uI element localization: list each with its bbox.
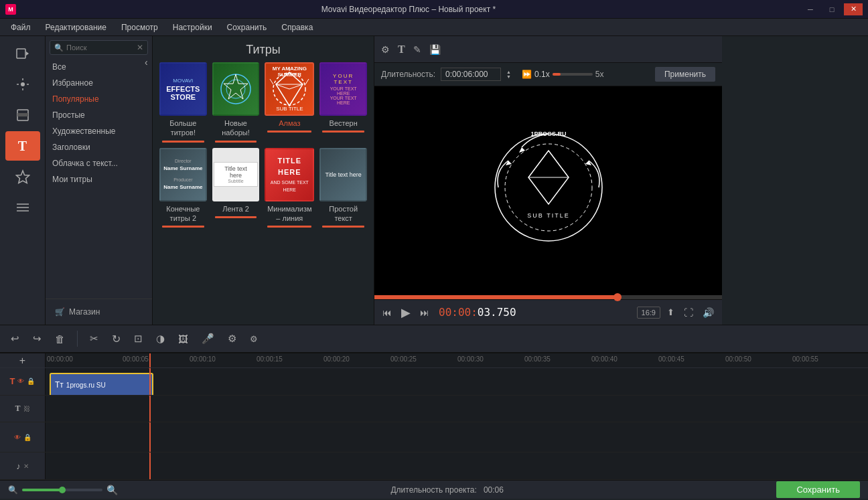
title-label-western: Вестерн — [319, 116, 367, 131]
menu-save[interactable]: Сохранить — [220, 21, 274, 33]
collapse-button[interactable]: ‹ — [145, 57, 148, 68]
title-card-western[interactable]: YOUR TEXT YOUR TEXT HEREYOUR TEXT HERE В… — [319, 62, 367, 143]
category-bubbles[interactable]: Облачка с текст... — [46, 155, 152, 171]
duration-label: Длительность: — [381, 70, 435, 79]
color-button[interactable]: ◑ — [152, 330, 169, 347]
title-card-effects-store[interactable]: MOVAVI EFFECTS STORE Больше титров! — [159, 62, 207, 143]
speed-bar[interactable] — [553, 73, 593, 76]
menu-edit[interactable]: Редактирование — [39, 21, 113, 33]
preview-edit-icon[interactable]: ✎ — [413, 44, 421, 55]
shop-button[interactable]: 🛒 Магазин — [51, 305, 147, 319]
main-video-track-area[interactable] — [46, 422, 868, 452]
title-card-simple[interactable]: Title text here Простой текст — [319, 148, 367, 228]
maximize-button[interactable]: □ — [822, 3, 841, 15]
title-card-end-titles[interactable]: Director Name Surname Producer Name Surn… — [159, 148, 207, 228]
timeline-ruler: 00:00:00 00:00:05 00:00:10 00:00:15 00:0… — [46, 353, 868, 367]
title-card-tape2[interactable]: Title text here Subtitle Лента 2 — [212, 148, 260, 228]
status-bar: 🔍 🔍 Длительность проекта: 00:06 Сохранит… — [0, 480, 868, 499]
crop-button[interactable]: ⊡ — [130, 330, 147, 347]
title-bar: M Movavi Видеоредактор Плюс – Новый прое… — [0, 0, 868, 19]
duration-up-arrow[interactable]: ▲ — [505, 70, 512, 74]
close-button[interactable]: ✕ — [844, 3, 863, 15]
duration-input[interactable] — [441, 68, 501, 81]
volume-button[interactable]: 🔊 — [700, 306, 717, 319]
sidebar-transitions[interactable] — [5, 193, 40, 222]
main-track-eye[interactable]: 👁 — [14, 434, 21, 441]
image-button[interactable]: 🖼 — [174, 331, 192, 347]
title-thumb-tape2[interactable]: Title text here Subtitle — [212, 148, 260, 201]
category-simple[interactable]: Простые — [46, 107, 152, 123]
audio-button[interactable]: ⚙ — [246, 331, 262, 347]
main-track-lock[interactable]: 🔒 — [23, 434, 31, 441]
menu-help[interactable]: Справка — [275, 21, 319, 33]
timeline-area: + 00:00:00 00:00:05 00:00:10 00:00:15 00… — [0, 353, 868, 480]
title-thumb-end-titles[interactable]: Director Name Surname Producer Name Surn… — [159, 148, 207, 201]
forward-button[interactable]: ⏭ — [417, 306, 432, 319]
title-track-area[interactable]: Tт 1progs.ru SU — [46, 368, 868, 395]
rewind-button[interactable]: ⏮ — [380, 306, 394, 319]
play-button[interactable]: ▶ — [399, 304, 413, 321]
mic-button[interactable]: 🎤 — [198, 330, 218, 347]
title-card-new-sets[interactable]: Новые наборы! — [212, 62, 260, 143]
menu-view[interactable]: Просмотр — [115, 21, 165, 33]
category-my[interactable]: Мои титры — [46, 171, 152, 187]
sidebar-video[interactable] — [5, 39, 40, 68]
zoom-in-icon[interactable]: 🔍 — [106, 485, 118, 495]
zoom-slider[interactable] — [22, 489, 102, 491]
preview-settings-icon[interactable]: ⚙ — [381, 44, 390, 55]
rotate-button[interactable]: ↻ — [108, 330, 125, 348]
title-thumb-new-sets[interactable] — [212, 62, 260, 116]
title-label-effects-store: Больше титров! — [159, 116, 207, 141]
zoom-out-icon[interactable]: 🔍 — [8, 485, 18, 495]
subtitle-track-area[interactable] — [46, 396, 868, 422]
sidebar-titles[interactable]: T — [5, 131, 40, 161]
fullscreen-button[interactable]: ⛶ — [681, 306, 696, 319]
subtitle-track-chain-icon[interactable]: ⛓ — [23, 405, 30, 412]
title-thumb-effects-store[interactable]: MOVAVI EFFECTS STORE — [159, 62, 207, 116]
undo-button[interactable]: ↩ — [7, 330, 23, 347]
title-clip[interactable]: Tт 1progs.ru SU — [50, 373, 153, 395]
add-track-button[interactable]: + — [19, 355, 25, 367]
title-thumb-minimal[interactable]: TITLE HERE AND SOME TEXT HERE — [265, 148, 314, 201]
search-clear-icon[interactable]: ✕ — [137, 43, 143, 52]
menu-file[interactable]: Файл — [4, 21, 38, 33]
title-track-lock-icon[interactable]: 🔒 — [27, 378, 35, 385]
save-button[interactable]: Сохранить — [776, 481, 860, 498]
category-favorites[interactable]: Избранное — [46, 75, 152, 91]
minimize-button[interactable]: ─ — [801, 3, 820, 15]
title-thumb-almaz[interactable]: MY AMAZING SUMMER SUB TITLE — [265, 62, 314, 116]
sidebar-effects[interactable] — [5, 70, 40, 99]
sidebar-stickers[interactable] — [5, 162, 40, 191]
category-popular[interactable]: Популярные — [46, 91, 152, 107]
search-input[interactable] — [66, 44, 137, 52]
title-card-minimal[interactable]: TITLE HERE AND SOME TEXT HERE Минимализм… — [265, 148, 314, 228]
category-all[interactable]: Все — [46, 59, 152, 75]
redo-button[interactable]: ↪ — [29, 330, 46, 347]
settings-button[interactable]: ⚙ — [224, 330, 240, 347]
preview-save-icon[interactable]: 💾 — [429, 44, 441, 55]
duration-down-arrow[interactable]: ▼ — [505, 74, 512, 79]
sidebar-filters[interactable] — [5, 100, 40, 130]
project-duration: Длительность проекта: 00:06 — [390, 485, 503, 495]
zoom-slider-thumb[interactable] — [59, 487, 66, 493]
title-thumb-simple[interactable]: Title text here — [319, 148, 367, 201]
audio-track-close-icon[interactable]: ✕ — [23, 463, 29, 470]
title-track-eye-icon[interactable]: 👁 — [17, 378, 24, 385]
export-button[interactable]: ⬆ — [664, 306, 677, 319]
category-headings[interactable]: Заголовки — [46, 139, 152, 155]
preview-progress[interactable] — [374, 295, 722, 299]
category-artistic[interactable]: Художественные — [46, 123, 152, 139]
titles-search-box[interactable]: 🔍 ✕ — [50, 40, 148, 55]
titles-header: Титры — [153, 36, 374, 62]
audio-track-area[interactable] — [46, 452, 868, 479]
preview-text-icon[interactable]: T — [398, 44, 405, 56]
cut-button[interactable]: ✂ — [86, 330, 102, 347]
title-thumb-western[interactable]: YOUR TEXT YOUR TEXT HEREYOUR TEXT HERE — [319, 62, 367, 116]
title-track-controls: T 👁 🔒 — [0, 368, 46, 395]
preview-progress-thumb[interactable] — [613, 293, 622, 301]
apply-button[interactable]: Применить — [655, 67, 715, 82]
delete-button[interactable]: 🗑 — [51, 331, 69, 347]
menu-settings[interactable]: Настройки — [166, 21, 219, 33]
title-card-almaz[interactable]: MY AMAZING SUMMER SUB TITLE Алмаз — [265, 62, 314, 143]
duration-arrows: ▲ ▼ — [505, 70, 512, 79]
